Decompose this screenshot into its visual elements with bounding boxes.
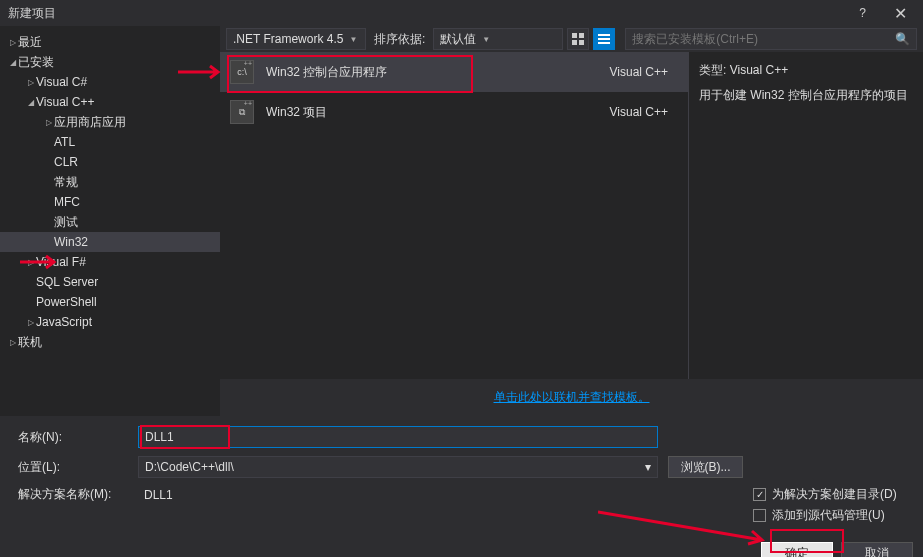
cancel-button[interactable]: 取消 [841, 542, 913, 557]
tree-js[interactable]: ▷JavaScript [0, 312, 220, 332]
description-panel: 类型: Visual C++ 用于创建 Win32 控制台应用程序的项目 [688, 52, 923, 379]
tree-online[interactable]: ▷联机 [0, 332, 220, 352]
title-bar: 新建项目 ? ✕ [0, 0, 923, 26]
toolbar: .NET Framework 4.5▼ 排序依据: 默认值▼ 🔍 [220, 26, 923, 52]
desc-type: 类型: Visual C++ [699, 62, 913, 79]
checkbox-icon [753, 509, 766, 522]
chevron-down-icon: ▾ [645, 460, 651, 474]
template-win32-console[interactable]: c:\ Win32 控制台应用程序 Visual C++ [220, 52, 688, 92]
solution-input[interactable]: DLL1 [138, 486, 658, 508]
tree-vcsharp[interactable]: ▷Visual C# [0, 72, 220, 92]
framework-combo[interactable]: .NET Framework 4.5▼ [226, 28, 366, 50]
tree-sql[interactable]: SQL Server [0, 272, 220, 292]
svg-rect-6 [598, 42, 610, 44]
sortby-combo[interactable]: 默认值▼ [433, 28, 563, 50]
svg-rect-1 [579, 33, 584, 38]
dialog-buttons: 确定 取消 [0, 536, 923, 557]
name-input[interactable] [138, 426, 658, 448]
desc-text: 用于创建 Win32 控制台应用程序的项目 [699, 87, 913, 104]
tree-clr[interactable]: CLR [0, 152, 220, 172]
search-templates[interactable]: 🔍 [625, 28, 917, 50]
tree-ps[interactable]: PowerShell [0, 292, 220, 312]
template-icon: c:\ [230, 60, 254, 84]
create-dir-checkbox[interactable]: 为解决方案创建目录(D) [753, 486, 913, 503]
tree-win32[interactable]: Win32 [0, 232, 220, 252]
help-icon[interactable]: ? [859, 6, 866, 20]
checkbox-icon [753, 488, 766, 501]
name-label: 名称(N): [18, 429, 128, 446]
tree-mfc[interactable]: MFC [0, 192, 220, 212]
search-icon: 🔍 [895, 32, 910, 46]
template-icon: ⧉ [230, 100, 254, 124]
search-input[interactable] [632, 32, 895, 46]
tree-vfsharp[interactable]: ▷Visual F# [0, 252, 220, 272]
add-scm-checkbox[interactable]: 添加到源代码管理(U) [753, 507, 913, 524]
chevron-down-icon: ▼ [482, 35, 490, 44]
view-list-icon[interactable] [593, 28, 615, 50]
location-label: 位置(L): [18, 459, 128, 476]
tree-general[interactable]: 常规 [0, 172, 220, 192]
tree-vcpp[interactable]: ◢Visual C++ [0, 92, 220, 112]
svg-rect-0 [572, 33, 577, 38]
template-list[interactable]: c:\ Win32 控制台应用程序 Visual C++ ⧉ Win32 项目 … [220, 52, 688, 379]
category-tree[interactable]: ▷最近 ◢已安装 ▷Visual C# ◢Visual C++ ▷应用商店应用 … [0, 26, 220, 416]
solution-label: 解决方案名称(M): [18, 486, 128, 503]
tree-atl[interactable]: ATL [0, 132, 220, 152]
tree-recent[interactable]: ▷最近 [0, 32, 220, 52]
template-win32-project[interactable]: ⧉ Win32 项目 Visual C++ [220, 92, 688, 132]
chevron-down-icon: ▼ [349, 35, 357, 44]
svg-rect-3 [579, 40, 584, 45]
ok-button[interactable]: 确定 [761, 542, 833, 557]
location-combo[interactable]: D:\Code\C++\dll\▾ [138, 456, 658, 478]
svg-rect-4 [598, 34, 610, 36]
tree-appstore[interactable]: ▷应用商店应用 [0, 112, 220, 132]
sortby-label: 排序依据: [374, 31, 425, 48]
close-icon[interactable]: ✕ [886, 4, 915, 23]
tree-test[interactable]: 测试 [0, 212, 220, 232]
dialog-title: 新建项目 [8, 5, 859, 22]
online-templates-link[interactable]: 单击此处以联机并查找模板。 [220, 379, 923, 416]
browse-button[interactable]: 浏览(B)... [668, 456, 743, 478]
svg-rect-5 [598, 38, 610, 40]
form-area: 名称(N): 位置(L): D:\Code\C++\dll\▾ 浏览(B)...… [0, 416, 923, 528]
view-medium-icon[interactable] [567, 28, 589, 50]
svg-rect-2 [572, 40, 577, 45]
tree-installed[interactable]: ◢已安装 [0, 52, 220, 72]
